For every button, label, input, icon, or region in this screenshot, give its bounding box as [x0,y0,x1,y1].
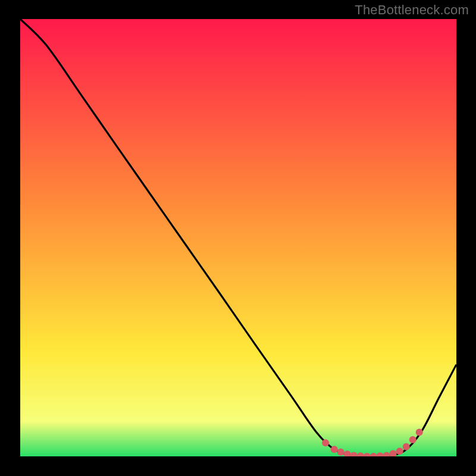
attribution-text: TheBottleneck.com [355,2,469,18]
sweet-spot-point [396,447,403,455]
sweet-spot-point [409,436,416,443]
gradient-background [20,19,456,456]
sweet-spot-point [337,449,345,456]
chart-frame: TheBottleneck.com [0,0,476,476]
sweet-spot-point [331,446,338,453]
sweet-spot-point [416,429,423,436]
bottleneck-chart [20,19,456,456]
sweet-spot-point [403,443,410,450]
sweet-spot-point [322,439,329,446]
plot-area [20,19,456,456]
